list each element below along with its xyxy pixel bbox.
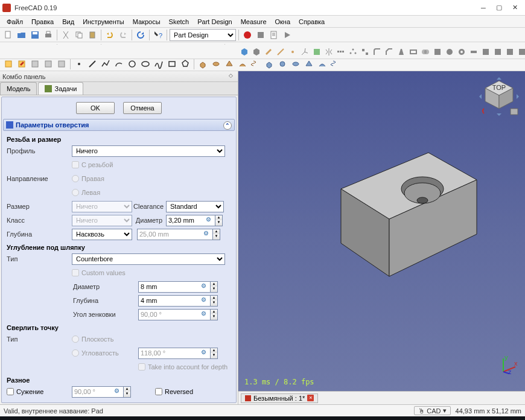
panel-float-icon[interactable]: ◇ — [229, 72, 236, 80]
point-icon[interactable] — [73, 58, 85, 70]
menu-macros[interactable]: Макросы — [129, 17, 165, 27]
sketch-map-icon[interactable] — [29, 58, 41, 70]
close-button[interactable]: ✕ — [507, 1, 523, 14]
open-icon[interactable] — [16, 29, 28, 41]
shaft-icon[interactable] — [468, 46, 479, 58]
boolean-icon[interactable] — [420, 46, 431, 58]
expr-icon[interactable]: ⚙ — [201, 282, 209, 291]
cb-type-select[interactable]: Counterbore — [72, 253, 225, 265]
cancel-button[interactable]: Отмена — [123, 102, 162, 114]
cb-depth-input[interactable] — [138, 295, 211, 307]
depth-select[interactable]: Насквозь — [72, 229, 132, 240]
paste-icon[interactable] — [86, 29, 98, 41]
draft-icon[interactable] — [396, 46, 407, 58]
sketch-validate-icon[interactable] — [56, 58, 68, 70]
expr-icon[interactable]: ⚙ — [201, 310, 209, 319]
redo-icon[interactable] — [117, 29, 129, 41]
diameter-spinner[interactable]: ▲▼ — [215, 215, 223, 226]
linear-pattern-icon[interactable] — [336, 46, 346, 58]
shapebinder-icon[interactable] — [311, 46, 322, 58]
groove-icon[interactable] — [290, 58, 302, 70]
menu-tools[interactable]: Инструменты — [78, 17, 129, 27]
save-icon[interactable] — [29, 29, 41, 41]
reversed-checkbox[interactable] — [155, 388, 162, 395]
sub-helix-icon[interactable] — [329, 58, 342, 70]
menu-file[interactable]: Файл — [2, 17, 27, 27]
sketch-edit-icon[interactable] — [16, 58, 28, 70]
migrate-icon[interactable] — [432, 46, 443, 58]
profile-select[interactable]: Ничего — [72, 145, 225, 157]
sketch-new-icon[interactable] — [2, 58, 14, 70]
menu-measure[interactable]: Measure — [237, 17, 271, 27]
ellipse-icon[interactable] — [139, 58, 151, 70]
maximize-button[interactable]: ▢ — [491, 1, 507, 14]
clearance-select[interactable]: Standard — [166, 201, 224, 212]
doc-close-icon[interactable]: × — [307, 395, 314, 401]
menu-view[interactable]: Вид — [58, 17, 78, 27]
pocket-icon[interactable] — [263, 58, 275, 70]
task-section-header[interactable]: Параметры отверстия ⌃ — [3, 119, 235, 131]
expr-icon[interactable]: ⚙ — [201, 296, 209, 305]
extra2-icon[interactable] — [492, 46, 503, 58]
cb-dia-spinner[interactable]: ▲▼ — [211, 281, 218, 293]
datum-plane-icon[interactable] — [263, 46, 274, 58]
extra1-icon[interactable] — [480, 46, 491, 58]
cb-depth-spinner[interactable]: ▲▼ — [211, 295, 218, 307]
minimize-button[interactable]: ─ — [476, 1, 491, 14]
cut-icon[interactable] — [60, 29, 72, 41]
sub-sweep-icon[interactable] — [316, 58, 328, 70]
loft-icon[interactable] — [223, 58, 235, 70]
menu-help[interactable]: Справка — [294, 17, 329, 27]
tab-model[interactable]: Модель — [0, 82, 37, 95]
menu-edit[interactable]: Правка — [27, 17, 58, 27]
line-icon[interactable] — [86, 58, 98, 70]
3d-viewport[interactable]: TOP y x z 1.3 ms / 8.2 fps Безымянный : … — [238, 71, 525, 404]
coord-sys-icon[interactable] — [299, 46, 310, 58]
expr-icon[interactable]: ⚙ — [203, 230, 212, 238]
helix-icon[interactable] — [250, 58, 262, 70]
collapse-icon[interactable]: ⌃ — [223, 121, 232, 130]
whatsthis-icon[interactable]: ? — [152, 29, 164, 41]
polar-pattern-icon[interactable] — [348, 46, 358, 58]
macro-stop-icon[interactable] — [255, 29, 267, 41]
menu-windows[interactable]: Окна — [271, 17, 295, 27]
hole-icon[interactable] — [276, 58, 288, 70]
mirror-icon[interactable] — [323, 46, 334, 58]
workbench-select[interactable]: Part Design — [170, 29, 236, 41]
nav-cube[interactable]: TOP — [477, 75, 521, 119]
extra4-icon[interactable] — [517, 46, 525, 58]
tab-tasks[interactable]: Задачи — [38, 82, 83, 95]
macro-record-icon[interactable] — [241, 29, 253, 41]
expr-icon[interactable]: ⚙ — [206, 216, 214, 224]
fillet-icon[interactable] — [372, 46, 383, 58]
gear-icon[interactable] — [456, 46, 467, 58]
expr-icon[interactable]: ⚙ — [201, 349, 209, 357]
datum-line-icon[interactable] — [275, 46, 286, 58]
polygon-icon[interactable] — [179, 58, 191, 70]
copy-icon[interactable] — [73, 29, 85, 41]
pad-icon[interactable] — [197, 58, 209, 70]
chamfer-icon[interactable] — [384, 46, 395, 58]
revolution-icon[interactable] — [210, 58, 222, 70]
nav-style-button[interactable]: 🖱CAD▾ — [414, 406, 450, 415]
menu-partdesign[interactable]: Part Design — [193, 17, 236, 27]
body-icon[interactable] — [239, 46, 250, 58]
document-tab[interactable]: Безымянный : 1* × — [241, 393, 318, 403]
multi-transform-icon[interactable] — [360, 46, 371, 58]
datum-point-icon[interactable] — [287, 46, 298, 58]
undo-icon[interactable] — [104, 29, 116, 41]
print-icon[interactable] — [42, 29, 54, 41]
ok-button[interactable]: OK — [76, 102, 115, 114]
cb-dia-input[interactable] — [138, 281, 211, 293]
extra3-icon[interactable] — [504, 46, 515, 58]
arc-icon[interactable] — [113, 58, 125, 70]
thickness-icon[interactable] — [408, 46, 419, 58]
polyline-icon[interactable] — [100, 58, 112, 70]
threaded-checkbox[interactable] — [72, 161, 79, 168]
sketch-reorient-icon[interactable] — [42, 58, 54, 70]
macro-list-icon[interactable] — [268, 29, 280, 41]
sprocket-icon[interactable] — [444, 46, 455, 58]
spline-icon[interactable] — [153, 58, 165, 70]
clone-icon[interactable] — [251, 46, 262, 58]
circle-icon[interactable] — [126, 58, 138, 70]
